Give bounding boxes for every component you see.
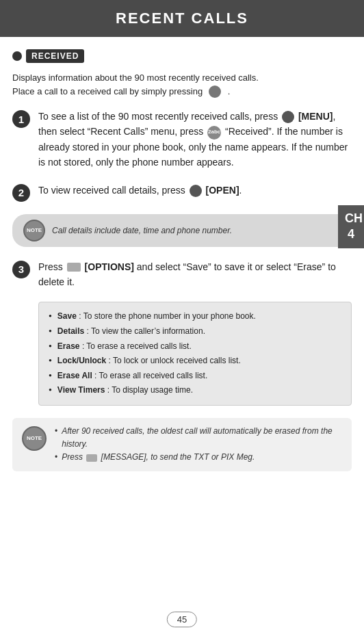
note2-content: After 90 received calls, the oldest call… [55,425,342,465]
step-1-number: 1 [12,110,30,128]
note-text-1: Call details include date, time and phon… [52,226,232,235]
step-2-text: To view received call details, press [OP… [38,183,352,198]
received-badge-row: RECEIVED [12,49,352,63]
page-number: 45 [167,612,197,627]
step-3-number: 3 [12,261,30,278]
received-badge: RECEIVED [26,49,84,63]
option-viewtimers: View Timers : To display usage time. [49,383,341,398]
step-1-text: To see a list of the 90 most recently re… [38,109,352,170]
note2-item-1: After 90 received calls, the oldest call… [55,425,342,451]
note-box-1: NOTE Call details include date, time and… [12,214,352,247]
note2-list: After 90 received calls, the oldest call… [55,425,342,465]
note-box-2: NOTE After 90 received calls, the oldest… [12,418,352,471]
page-header: RECENT CALLS [0,0,364,37]
chapter-label: CH 4 [338,205,364,248]
page-title: RECENT CALLS [0,10,364,27]
step-3-text: Press [OPTIONS] and select “Save” to sav… [38,259,352,290]
note-label-1: NOTE [27,227,42,233]
note-icon-1: NOTE [23,220,45,241]
2abc-btn: 2abc [207,126,221,140]
step-2: 2 To view received call details, press [… [12,183,352,202]
option-lockunlock: Lock/Unlock : To lock or unlock received… [49,354,341,369]
chapter-ch: CH [345,211,357,226]
options-list-box: Save : To store the phone number in your… [38,302,352,406]
options-list: Save : To store the phone number in your… [49,309,341,398]
received-dot [12,51,22,61]
menu-circle-btn [282,111,294,123]
note2-item-2: Press [MESSAGE], to send the TXT or PIX … [55,451,342,464]
chapter-number: 4 [345,226,357,242]
option-erase: Erase : To erase a received calls list. [49,339,341,354]
step-2-number: 2 [12,184,30,202]
intro-line2: Place a call to a received call by simpl… [12,86,203,96]
step-1: 1 To see a list of the 90 most recently … [12,109,352,170]
intro-line1: Displays information about the 90 most r… [12,73,259,83]
note-label-2: NOTE [27,435,42,441]
intro-text: Displays information about the 90 most r… [12,71,352,98]
ok-circle-btn [190,185,202,197]
main-content: RECEIVED Displays information about the … [0,37,364,497]
message-rect-btn [86,454,97,462]
step-3: 3 Press [OPTIONS] and select “Save” to s… [12,259,352,290]
option-details: Details : To view the caller’s informati… [49,324,341,339]
menu-button-inline [209,86,221,98]
note-icon-2: NOTE [22,426,47,451]
option-eraseall: Erase All : To erase all received calls … [49,369,341,384]
intro-after: . [228,86,231,96]
options-rect-btn [67,263,81,272]
option-save: Save : To store the phone number in your… [49,309,341,324]
